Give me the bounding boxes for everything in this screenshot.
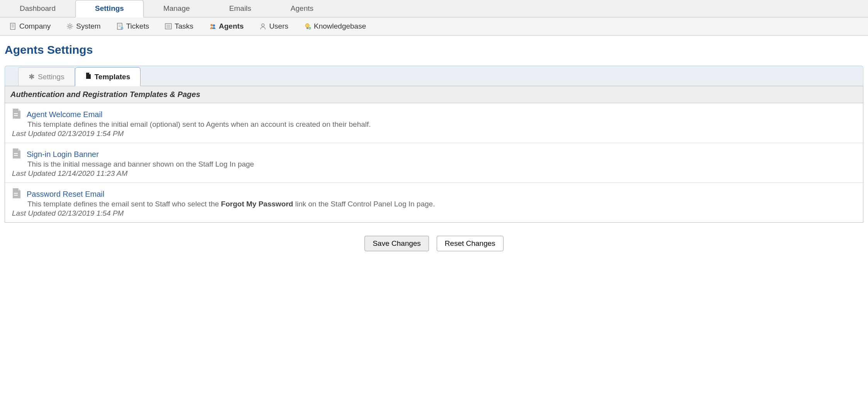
action-buttons: Save Changes Reset Changes — [5, 236, 863, 251]
svg-point-4 — [69, 25, 71, 27]
desc-text-pre: This template defines the email sent to … — [27, 200, 221, 208]
svg-rect-25 — [14, 153, 18, 154]
sub-tabs: Company System Tickets Tasks Agents User… — [0, 17, 868, 36]
desc-text-bold: Forgot My Password — [221, 200, 293, 208]
main-tab-settings[interactable]: Settings — [75, 0, 144, 17]
sub-tab-company[interactable]: Company — [6, 20, 54, 32]
page-title: Agents Settings — [5, 43, 863, 56]
template-description: This template defines the email sent to … — [27, 200, 856, 208]
document-icon — [85, 72, 92, 81]
svg-point-17 — [262, 24, 264, 27]
template-description: This template defines the initial email … — [27, 120, 856, 129]
document-icon — [12, 108, 22, 121]
main-tabs: Dashboard Settings Manage Emails Agents — [0, 0, 868, 17]
svg-point-16 — [213, 24, 215, 27]
sub-tab-label: Tickets — [126, 22, 149, 31]
desc-text-post: link on the Staff Control Panel Log In p… — [293, 200, 435, 208]
sub-tab-label: Company — [19, 22, 51, 31]
sub-tab-users[interactable]: Users — [256, 20, 292, 32]
main-tab-dashboard[interactable]: Dashboard — [0, 0, 75, 17]
sub-tab-tickets[interactable]: Tickets — [113, 20, 152, 32]
svg-rect-19 — [307, 27, 308, 29]
template-row: Password Reset Email This template defin… — [5, 183, 863, 222]
inner-tab-templates[interactable]: Templates — [75, 67, 141, 86]
main-tab-emails[interactable]: Emails — [210, 0, 271, 17]
user-icon — [259, 22, 267, 30]
template-row: Sign-in Login Banner This is the initial… — [5, 143, 863, 183]
sub-tab-system[interactable]: System — [63, 20, 103, 32]
inner-tabs: ✱ Settings Templates — [5, 66, 863, 86]
svg-rect-27 — [14, 193, 18, 194]
template-last-updated: Last Updated 02/13/2019 1:54 PM — [12, 129, 856, 138]
template-link[interactable]: Agent Welcome Email — [27, 110, 102, 119]
svg-rect-28 — [14, 195, 18, 196]
main-tab-agents[interactable]: Agents — [271, 0, 333, 17]
gear-icon: ✱ — [29, 72, 35, 81]
main-tab-manage[interactable]: Manage — [144, 0, 210, 17]
template-link[interactable]: Password Reset Email — [27, 190, 104, 199]
inner-tab-label: Templates — [95, 73, 131, 81]
svg-rect-23 — [14, 113, 18, 114]
panel-header: Authentication and Registration Template… — [5, 86, 863, 103]
svg-rect-0 — [10, 23, 15, 29]
sub-tab-label: System — [76, 22, 100, 31]
ticket-icon — [116, 22, 124, 30]
inner-tab-label: Settings — [38, 73, 64, 81]
svg-point-18 — [305, 24, 309, 27]
templates-panel: Authentication and Registration Template… — [5, 86, 863, 223]
sub-tab-label: Knowledgebase — [314, 22, 366, 31]
template-row: Agent Welcome Email This template define… — [5, 103, 863, 143]
sub-tab-label: Agents — [219, 22, 244, 31]
sub-tab-label: Users — [269, 22, 288, 31]
tasks-icon — [164, 22, 172, 30]
save-button[interactable]: Save Changes — [364, 236, 429, 251]
sub-tab-tasks[interactable]: Tasks — [161, 20, 197, 32]
document-icon — [9, 22, 17, 30]
document-icon — [12, 187, 22, 201]
sub-tab-agents[interactable]: Agents — [206, 20, 247, 32]
template-last-updated: Last Updated 02/13/2019 1:54 PM — [12, 209, 856, 218]
template-last-updated: Last Updated 12/14/2020 11:23 AM — [12, 169, 856, 178]
gear-icon — [66, 22, 74, 30]
agents-icon — [209, 22, 217, 30]
svg-rect-24 — [14, 115, 18, 116]
svg-rect-26 — [14, 155, 18, 156]
reset-button[interactable]: Reset Changes — [437, 236, 504, 251]
svg-point-15 — [210, 24, 213, 26]
knowledgebase-icon — [304, 22, 312, 30]
template-description: This is the initial message and banner s… — [27, 160, 856, 169]
sub-tab-label: Tasks — [175, 22, 193, 31]
sub-tab-knowledgebase[interactable]: Knowledgebase — [301, 20, 369, 32]
inner-tab-settings[interactable]: ✱ Settings — [18, 67, 75, 86]
document-icon — [12, 148, 22, 161]
template-link[interactable]: Sign-in Login Banner — [27, 150, 99, 159]
